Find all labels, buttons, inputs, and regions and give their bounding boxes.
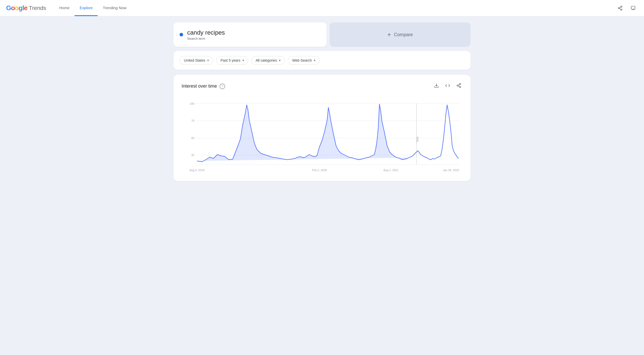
search-type-label: Search term [187, 37, 225, 40]
main-nav: Home Explore Trending Now [54, 0, 131, 16]
search-row: candy recipes Search term + Compare [173, 22, 471, 47]
time-filter[interactable]: Past 5 years ▾ [216, 56, 248, 65]
svg-point-1 [618, 7, 620, 9]
chart-svg: 100 75 50 25 Note [182, 99, 462, 175]
nav-trending-now[interactable]: Trending Now [98, 0, 131, 16]
chart-header: Interest over time ? [182, 82, 462, 90]
svg-text:Note: Note [416, 136, 419, 142]
nav-home[interactable]: Home [54, 0, 75, 16]
location-filter[interactable]: United States ▾ [180, 56, 213, 65]
location-filter-arrow: ▾ [207, 59, 209, 62]
svg-point-8 [457, 85, 458, 86]
compare-label: Compare [394, 32, 413, 37]
svg-point-7 [460, 84, 461, 85]
svg-line-10 [458, 86, 460, 87]
search-dot [180, 33, 183, 36]
chart-share-button[interactable] [455, 82, 462, 90]
svg-text:Aug 1, 2021: Aug 1, 2021 [383, 169, 399, 172]
svg-text:Aug 5, 2018: Aug 5, 2018 [189, 169, 204, 172]
chart-wrapper: 100 75 50 25 Note [182, 99, 462, 175]
search-term-info: candy recipes Search term [187, 29, 225, 40]
compare-card[interactable]: + Compare [330, 22, 471, 47]
chart-title: Interest over time [182, 84, 217, 89]
svg-line-11 [458, 84, 460, 85]
search-type-filter[interactable]: Web Search ▾ [288, 56, 320, 65]
svg-point-2 [621, 9, 622, 10]
header-actions [616, 4, 638, 13]
feedback-button[interactable] [629, 4, 638, 13]
time-filter-label: Past 5 years [221, 58, 240, 62]
compare-plus-icon: + [387, 31, 391, 38]
svg-text:Jan 29, 2023: Jan 29, 2023 [443, 169, 459, 172]
chart-actions [433, 82, 462, 90]
svg-point-0 [621, 6, 622, 7]
svg-line-3 [619, 8, 621, 9]
search-type-filter-label: Web Search [292, 58, 312, 62]
svg-text:75: 75 [191, 119, 194, 122]
svg-text:Feb 2, 2020: Feb 2, 2020 [312, 169, 327, 172]
logo-link[interactable]: Google Trends [6, 4, 46, 12]
svg-point-9 [460, 86, 461, 88]
header: Google Trends Home Explore Trending Now [0, 0, 644, 16]
svg-text:100: 100 [190, 102, 194, 105]
trends-logo-text: Trends [29, 5, 46, 11]
time-filter-arrow: ▾ [242, 59, 244, 62]
main-content: candy recipes Search term + Compare Unit… [169, 16, 475, 187]
svg-line-4 [619, 7, 621, 8]
share-button[interactable] [616, 4, 625, 13]
chart-title-area: Interest over time ? [182, 84, 225, 89]
search-type-filter-arrow: ▾ [314, 59, 315, 62]
category-filter-arrow: ▾ [279, 59, 281, 62]
svg-text:50: 50 [191, 136, 194, 140]
svg-text:25: 25 [191, 154, 194, 157]
location-filter-label: United States [184, 58, 205, 62]
download-button[interactable] [433, 82, 440, 90]
svg-rect-5 [631, 6, 635, 9]
embed-button[interactable] [444, 82, 451, 90]
nav-explore[interactable]: Explore [75, 0, 98, 16]
search-term-card: candy recipes Search term [173, 22, 327, 47]
help-icon[interactable]: ? [219, 84, 225, 89]
filters-row: United States ▾ Past 5 years ▾ All categ… [173, 51, 471, 70]
search-term-value: candy recipes [187, 29, 225, 36]
google-logo: Google [6, 4, 27, 12]
chart-card: Interest over time ? [173, 75, 471, 181]
category-filter-label: All categories [256, 58, 277, 62]
category-filter[interactable]: All categories ▾ [251, 56, 285, 65]
